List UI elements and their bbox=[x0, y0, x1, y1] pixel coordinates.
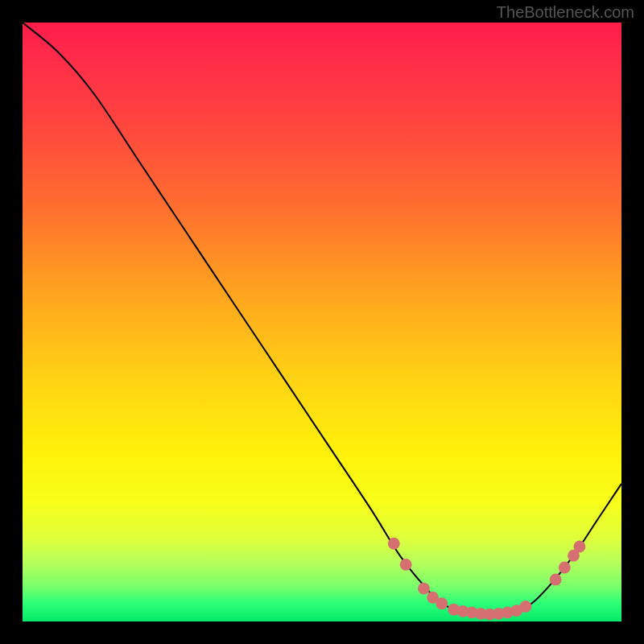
data-point bbox=[400, 559, 412, 571]
data-point bbox=[520, 601, 532, 613]
data-point bbox=[550, 573, 562, 585]
data-point bbox=[573, 541, 585, 553]
data-point bbox=[559, 562, 571, 574]
plot-area bbox=[23, 23, 621, 621]
data-points bbox=[23, 23, 621, 621]
data-point bbox=[388, 538, 400, 550]
attribution-text: TheBottleneck.com bbox=[497, 3, 634, 22]
data-point bbox=[418, 583, 430, 595]
data-point bbox=[436, 597, 448, 609]
